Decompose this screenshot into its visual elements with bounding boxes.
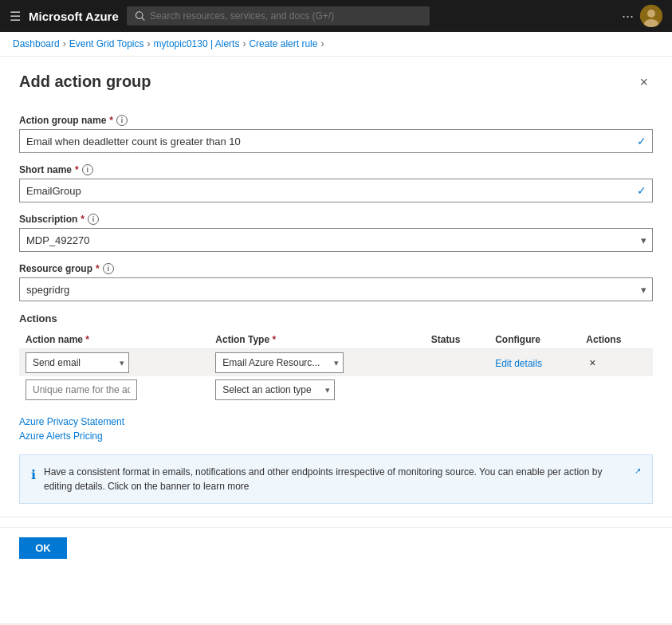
col-header-actions: Actions	[580, 331, 653, 349]
breadcrumb-mytopic[interactable]: mytopic0130 | Alerts	[154, 38, 240, 49]
info-banner[interactable]: ℹ Have a consistent format in emails, no…	[19, 454, 653, 504]
action-name-select[interactable]: Send email	[26, 352, 129, 373]
footer-bar: OK	[0, 527, 672, 568]
info-banner-text: Have a consistent format in emails, noti…	[44, 465, 625, 493]
checkmark-icon: ✓	[637, 135, 646, 147]
subscription-select-wrapper: MDP_492270 ▾	[19, 228, 653, 252]
short-name-required-star: *	[75, 164, 79, 175]
search-input[interactable]	[150, 10, 422, 22]
ok-button[interactable]: OK	[19, 537, 67, 559]
short-name-input-wrapper: ✓	[19, 179, 653, 202]
breadcrumb-sep-2: ›	[147, 38, 151, 49]
action-group-name-group: Action group name * i ✓	[19, 115, 653, 153]
breadcrumb: Dashboard › Event Grid Topics › mytopic0…	[0, 32, 672, 57]
topbar: ☰ Microsoft Azure ···	[0, 0, 672, 32]
short-name-info-icon[interactable]: i	[82, 164, 93, 175]
action-name-required-star: *	[85, 334, 89, 345]
avatar[interactable]	[640, 5, 662, 27]
actions-section: Actions Action name * Action Type * Stat…	[19, 312, 653, 403]
col-header-action-name: Action name *	[19, 331, 209, 349]
dialog-title: Add action group	[19, 73, 151, 91]
resource-group-info-icon[interactable]: i	[103, 263, 114, 274]
alerts-pricing-link[interactable]: Azure Alerts Pricing	[19, 430, 653, 442]
search-bar[interactable]	[127, 6, 430, 26]
resource-group-select[interactable]: spegridrg	[19, 277, 653, 301]
new-action-type-select-wrapper: Select an action type ▾	[215, 379, 335, 400]
edit-details-link[interactable]: Edit details	[495, 358, 542, 369]
subscription-group: Subscription * i MDP_492270 ▾	[19, 214, 653, 252]
breadcrumb-sep-1: ›	[63, 38, 66, 49]
new-action-type-select[interactable]: Select an action type	[215, 379, 335, 400]
svg-point-0	[136, 12, 143, 19]
links-section: Azure Privacy Statement Azure Alerts Pri…	[19, 416, 653, 442]
short-name-input[interactable]	[19, 179, 653, 202]
subscription-select[interactable]: MDP_492270	[19, 228, 653, 252]
breadcrumb-event-grid-topics[interactable]: Event Grid Topics	[69, 38, 144, 49]
action-configure-cell: Edit details	[489, 349, 580, 377]
actions-table-head: Action name * Action Type * Status Confi…	[19, 331, 653, 349]
app-logo: Microsoft Azure	[29, 10, 119, 23]
action-name-select-wrapper: Send email ▾	[26, 352, 129, 373]
action-status-cell	[425, 349, 489, 377]
short-name-checkmark-icon: ✓	[637, 184, 646, 197]
resource-group-group: Resource group * i spegridrg ▾	[19, 263, 653, 301]
privacy-statement-link[interactable]: Azure Privacy Statement	[19, 416, 653, 427]
col-header-action-type: Action Type *	[209, 331, 424, 349]
action-type-required-star: *	[272, 334, 276, 345]
new-action-name-cell	[19, 376, 209, 403]
new-action-configure-cell	[489, 376, 580, 403]
search-icon	[135, 10, 145, 22]
new-action-name-input[interactable]	[26, 379, 137, 400]
svg-line-1	[142, 18, 144, 20]
external-link-icon: ↗	[635, 465, 641, 493]
action-type-select[interactable]: Email Azure Resourc...	[215, 352, 344, 373]
action-group-name-label: Action group name * i	[19, 115, 653, 126]
action-group-name-input-wrapper: ✓	[19, 129, 653, 153]
resource-group-select-wrapper: spegridrg ▾	[19, 277, 653, 301]
breadcrumb-create-alert[interactable]: Create alert rule	[249, 38, 317, 49]
more-options-icon[interactable]: ···	[622, 8, 634, 25]
table-row-new: Select an action type ▾	[19, 376, 653, 403]
actions-table: Action name * Action Type * Status Confi…	[19, 331, 653, 403]
breadcrumb-sep-3: ›	[242, 38, 246, 49]
action-group-name-info-icon[interactable]: i	[116, 115, 128, 126]
required-star: *	[109, 115, 113, 126]
breadcrumb-sep-4: ›	[320, 38, 324, 49]
action-type-select-wrapper: Email Azure Resourc... ▾	[215, 352, 344, 373]
main-content: Add action group × Action group name * i…	[0, 57, 672, 623]
topbar-right: ···	[622, 5, 662, 27]
action-group-name-input[interactable]	[19, 129, 653, 153]
user-avatar-icon	[640, 5, 662, 27]
resource-group-label: Resource group * i	[19, 263, 653, 274]
actions-table-header-row: Action name * Action Type * Status Confi…	[19, 331, 653, 349]
resource-group-required-star: *	[96, 263, 100, 274]
dialog-header: Add action group ×	[19, 73, 653, 99]
breadcrumb-dashboard[interactable]: Dashboard	[13, 38, 60, 49]
divider	[0, 517, 672, 517]
actions-table-body: Send email ▾ Email Azure Resourc... ▾	[19, 349, 653, 404]
short-name-group: Short name * i ✓	[19, 164, 653, 202]
new-action-remove-cell	[580, 376, 653, 403]
short-name-label: Short name * i	[19, 164, 653, 175]
subscription-info-icon[interactable]: i	[88, 214, 99, 225]
remove-action-button[interactable]: ×	[586, 355, 599, 371]
close-button[interactable]: ×	[635, 73, 653, 92]
action-name-cell: Send email ▾	[19, 349, 209, 377]
actions-label: Actions	[19, 312, 653, 324]
new-action-type-cell: Select an action type ▾	[209, 376, 424, 403]
menu-icon[interactable]: ☰	[10, 9, 21, 24]
subscription-label: Subscription * i	[19, 214, 653, 225]
action-remove-cell: ×	[580, 349, 653, 377]
col-header-configure: Configure	[489, 331, 580, 349]
subscription-required-star: *	[81, 214, 84, 225]
svg-point-3	[647, 10, 655, 18]
info-banner-icon: ℹ	[31, 466, 36, 493]
col-header-status: Status	[425, 331, 489, 349]
action-type-cell: Email Azure Resourc... ▾	[209, 349, 424, 377]
new-action-status-cell	[425, 376, 489, 403]
table-row: Send email ▾ Email Azure Resourc... ▾	[19, 349, 653, 377]
dialog-panel: Add action group × Action group name * i…	[0, 57, 672, 504]
